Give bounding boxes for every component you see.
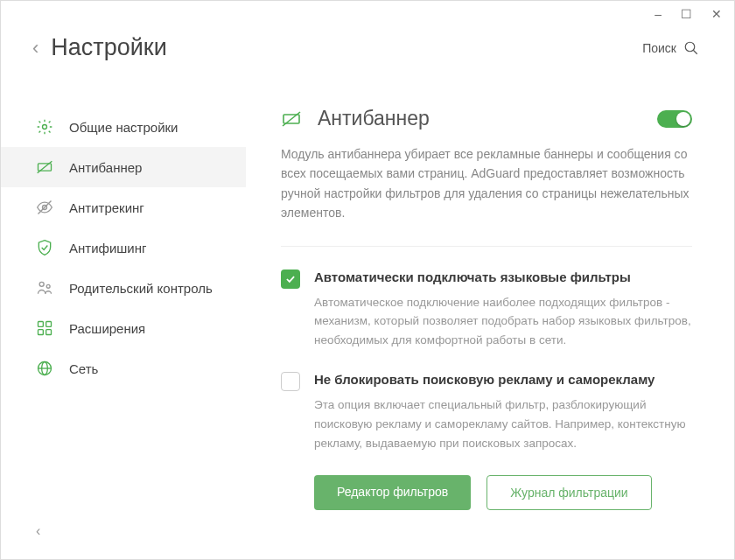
option-desc: Автоматическое подключение наиболее подх…: [314, 293, 692, 350]
collapse-icon[interactable]: ‹: [36, 523, 40, 539]
svg-point-7: [39, 282, 44, 286]
body: Общие настройки Антибаннер Антитрекинг А…: [1, 80, 734, 551]
svg-rect-10: [46, 322, 52, 327]
svg-rect-12: [46, 330, 52, 335]
sidebar-item-extensions[interactable]: Расширения: [1, 308, 246, 348]
svg-rect-11: [38, 330, 44, 335]
option-desc: Эта опция включает специальный фильтр, р…: [314, 396, 692, 452]
search-icon: [683, 40, 699, 56]
antibanner-icon: [281, 108, 302, 130]
antibanner-icon: [36, 158, 53, 176]
header-left: ‹ Настройки: [32, 34, 167, 61]
sidebar-item-label: Сеть: [69, 361, 98, 376]
option-allow-search-ads: Не блокировать поисковую рекламу и самор…: [281, 372, 692, 452]
extensions-icon: [36, 319, 53, 337]
antiphishing-icon: [36, 239, 53, 256]
network-icon: [36, 360, 53, 377]
content-title: Антибаннер: [318, 107, 430, 130]
filter-editor-button[interactable]: Редактор фильтров: [314, 475, 471, 510]
content-head: Антибаннер: [281, 107, 692, 130]
sidebar-item-antiphishing[interactable]: Антифишинг: [1, 228, 246, 268]
sidebar-item-parental[interactable]: Родительский контроль: [1, 268, 246, 308]
sidebar-item-label: Антитрекинг: [69, 200, 144, 215]
svg-point-2: [43, 125, 47, 130]
option-title: Автоматически подключать языковые фильтр…: [314, 270, 692, 284]
divider: [281, 246, 692, 247]
sidebar: Общие настройки Антибаннер Антитрекинг А…: [1, 80, 246, 551]
back-icon[interactable]: ‹: [32, 37, 38, 60]
sidebar-item-antibanner[interactable]: Антибаннер: [1, 147, 246, 187]
gear-icon: [36, 118, 53, 136]
button-row: Редактор фильтров Журнал фильтрации: [281, 475, 692, 510]
module-toggle[interactable]: [657, 110, 692, 128]
svg-line-1: [693, 50, 697, 54]
page-title: Настройки: [51, 34, 166, 61]
checkbox-allow-search-ads[interactable]: [281, 372, 300, 391]
maximize-icon[interactable]: ☐: [681, 7, 692, 21]
content: Антибаннер Модуль антибаннера убирает вс…: [246, 80, 734, 551]
app-window: – ☐ ✕ ‹ Настройки Поиск Общие настройки: [0, 0, 735, 560]
minimize-icon[interactable]: –: [654, 7, 662, 21]
sidebar-item-label: Антибаннер: [69, 160, 142, 175]
antitracking-icon: [36, 199, 53, 216]
sidebar-item-label: Родительский контроль: [69, 281, 213, 296]
option-body: Не блокировать поисковую рекламу и самор…: [314, 372, 692, 452]
content-head-left: Антибаннер: [281, 107, 430, 130]
svg-point-8: [46, 284, 50, 288]
svg-point-0: [685, 42, 695, 52]
sidebar-item-general[interactable]: Общие настройки: [1, 107, 246, 147]
filter-log-button[interactable]: Журнал фильтрации: [486, 475, 651, 510]
sidebar-item-label: Антифишинг: [69, 241, 146, 256]
close-icon[interactable]: ✕: [711, 7, 722, 21]
sidebar-item-label: Расширения: [69, 321, 145, 336]
svg-rect-9: [38, 322, 44, 327]
module-description: Модуль антибаннера убирает все рекламные…: [281, 144, 692, 223]
sidebar-item-antitracking[interactable]: Антитрекинг: [1, 187, 246, 228]
titlebar: – ☐ ✕: [1, 1, 734, 27]
header: ‹ Настройки Поиск: [1, 27, 734, 80]
search-button[interactable]: Поиск: [642, 40, 699, 56]
sidebar-item-network[interactable]: Сеть: [1, 348, 246, 388]
parental-icon: [36, 279, 53, 297]
option-title: Не блокировать поисковую рекламу и самор…: [314, 372, 692, 387]
sidebar-item-label: Общие настройки: [69, 120, 178, 135]
search-label: Поиск: [642, 41, 676, 55]
option-body: Автоматически подключать языковые фильтр…: [314, 270, 692, 350]
checkbox-auto-lang[interactable]: [281, 270, 300, 289]
option-auto-lang-filters: Автоматически подключать языковые фильтр…: [281, 270, 692, 350]
